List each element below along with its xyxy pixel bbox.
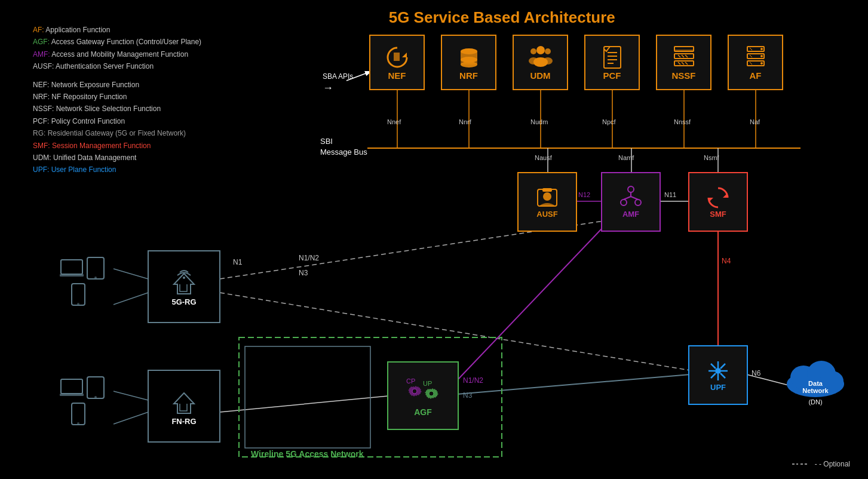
svg-line-54 [678, 62, 680, 65]
svg-marker-76 [708, 198, 713, 202]
sba-apis-label: SBA APIs → [323, 72, 353, 96]
naf-label: Naf [750, 118, 760, 125]
ausf-label: AUSF [536, 210, 557, 219]
n4-label: N4 [722, 257, 731, 265]
udm-node: UDM [513, 35, 568, 90]
svg-line-63 [750, 48, 752, 50]
legend-smf: SMF: Session Management Function [33, 140, 201, 152]
svg-rect-101 [61, 379, 82, 394]
n1n2-label: N1/N2 [299, 254, 319, 262]
svg-line-17 [457, 374, 690, 394]
agf-n1n2-label: N1/N2 [463, 376, 483, 385]
svg-point-62 [760, 62, 763, 65]
svg-point-40 [543, 57, 553, 65]
ausf-node: AUSF [517, 172, 577, 232]
legend: AF: Application Function AGF: Access Gat… [33, 24, 201, 176]
svg-point-36 [530, 48, 536, 54]
svg-rect-105 [72, 403, 85, 425]
nrf-icon [456, 44, 482, 70]
upf-node: UPF [688, 345, 748, 405]
udm-label: UDM [530, 70, 550, 81]
svg-rect-41 [604, 47, 621, 68]
legend-amf: AMF: Access and Mobility Management Func… [33, 48, 201, 60]
svg-line-15 [220, 293, 690, 370]
5g-rg-node: 5G-RG [149, 252, 219, 321]
svg-rect-68 [542, 188, 552, 192]
svg-line-21 [114, 391, 148, 400]
n12-label: N12 [578, 191, 590, 198]
svg-point-100 [77, 303, 79, 305]
legend-pcf: PCF: Policy Control Function [33, 115, 201, 127]
nnrf-label: Nnrf [459, 118, 471, 125]
wireline-label: Wireline 5G Access Network [251, 449, 363, 459]
svg-point-69 [628, 186, 634, 192]
udm-icon [527, 44, 554, 70]
nssf-node: NSSF [656, 35, 711, 90]
dn-cloud-icon: Data Network [783, 351, 848, 399]
dn-label: (DN) [783, 398, 848, 406]
svg-rect-24 [239, 337, 502, 457]
n1-label: N1 [233, 258, 242, 266]
agf-node: CP UP AGF [387, 361, 459, 430]
svg-rect-46 [674, 47, 694, 51]
svg-rect-96 [60, 274, 84, 277]
legend-nef: NEF: Network Exposure Function [33, 79, 201, 91]
fn-rg-icon [169, 387, 199, 417]
svg-point-37 [545, 48, 551, 54]
page-title: 5G Service Based Architecture [389, 8, 615, 27]
legend-nrf: NRF: NF Repository Function [33, 91, 201, 103]
svg-rect-97 [87, 257, 104, 279]
ausf-icon [535, 186, 559, 210]
svg-line-85 [711, 373, 716, 378]
svg-point-106 [77, 422, 79, 425]
svg-marker-75 [723, 193, 728, 198]
svg-line-64 [750, 55, 752, 57]
pcf-node: PCF [584, 35, 640, 90]
svg-rect-49 [674, 54, 694, 59]
pcf-icon [599, 44, 625, 70]
svg-line-56 [685, 62, 688, 65]
svg-point-70 [621, 199, 627, 205]
svg-marker-28 [402, 53, 407, 57]
nsmf-label: Nsmf [704, 154, 719, 161]
svg-point-94 [429, 391, 434, 396]
svg-line-19 [114, 269, 148, 279]
svg-line-82 [711, 364, 716, 369]
amf-label: AMF [622, 210, 639, 219]
svg-point-104 [94, 396, 97, 398]
nssf-icon [671, 44, 697, 70]
cp-gear-icon [406, 385, 423, 401]
devices-fn-rg [60, 373, 108, 429]
af-node: AF [728, 35, 783, 90]
sbi-label: SBIMessage Bus [320, 136, 367, 158]
svg-point-39 [529, 57, 538, 65]
agf-n3-label: N3 [463, 391, 472, 400]
up-gear-icon [423, 387, 440, 404]
svg-line-65 [750, 62, 752, 65]
svg-point-35 [536, 46, 545, 54]
agf-label: AGF [414, 407, 432, 417]
svg-line-84 [720, 364, 725, 369]
diagram-container: 5G Service Based Architecture AF: Applic… [0, 0, 868, 479]
nausf-label: Nausf [535, 154, 552, 161]
devices-5g-rg [60, 254, 108, 310]
svg-line-73 [624, 196, 631, 199]
smf-icon [706, 186, 730, 210]
nssf-label: NSSF [671, 70, 695, 81]
dn-node: Data Network (DN) [783, 351, 848, 411]
svg-line-52 [682, 55, 684, 57]
svg-rect-29 [394, 53, 400, 61]
svg-point-98 [94, 277, 97, 279]
devices-5g-icon [60, 254, 108, 308]
n3-label: N3 [299, 269, 308, 277]
svg-line-20 [114, 293, 148, 305]
svg-line-55 [682, 62, 684, 65]
legend-ausf: AUSF: Authentication Server Function [33, 60, 201, 72]
fn-rg-label: FN-RG [171, 417, 196, 426]
svg-line-16 [457, 227, 603, 380]
svg-rect-27 [245, 346, 370, 448]
fn-rg-node: FN-RG [149, 371, 219, 441]
smf-node: SMF [688, 172, 748, 232]
svg-rect-103 [87, 377, 104, 398]
svg-point-93 [412, 389, 417, 394]
